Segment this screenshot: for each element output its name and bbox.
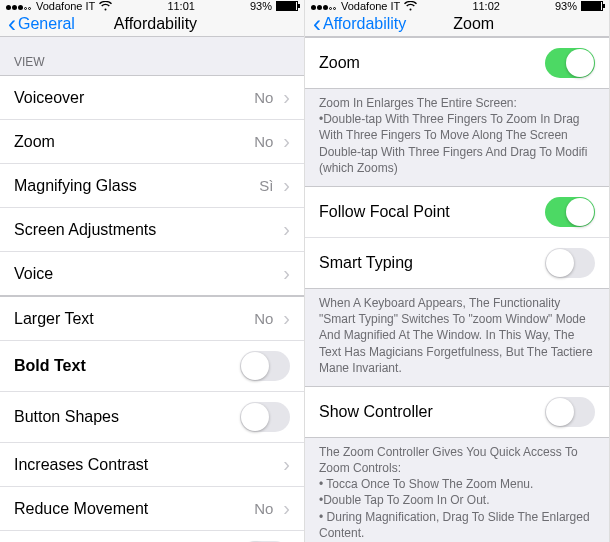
page-title: Affordability xyxy=(77,15,234,33)
group-show-controller: Show Controller xyxy=(305,386,609,438)
zoom-description: Zoom In Enlarges The Entire Screen: •Dou… xyxy=(305,89,609,186)
desc-line: Double-tap With Three Fingers And Drag T… xyxy=(319,144,595,176)
battery-pct-label: 93% xyxy=(250,0,272,12)
row-value: No xyxy=(254,497,290,520)
row-label: Follow Focal Point xyxy=(319,203,450,221)
row-label: Smart Typing xyxy=(319,254,413,272)
row-value: No xyxy=(254,86,290,109)
row-value: No xyxy=(254,307,290,330)
row-label: Magnifying Glass xyxy=(14,177,137,195)
controller-description: The Zoom Controller Gives You Quick Acce… xyxy=(305,438,609,542)
row-value xyxy=(279,218,290,241)
nav-bar: Affordability Zoom xyxy=(305,12,609,37)
desc-line: • During Magnification, Drag To Slide Th… xyxy=(319,509,595,541)
section-header-view: VIEW xyxy=(0,37,304,75)
battery-icon xyxy=(581,1,603,11)
group-view: Voiceover No Zoom No Magnifying Glass Sì… xyxy=(0,75,304,296)
row-label: Voiceover xyxy=(14,89,84,107)
desc-line: • Tocca Once To Show The Zoom Menu. xyxy=(319,476,595,492)
chevron-left-icon xyxy=(313,12,321,36)
row-reduce-movement[interactable]: Reduce Movement No xyxy=(0,487,304,531)
row-label: Larger Text xyxy=(14,310,94,328)
right-screen: Vodafone IT 11:02 93% Affordability Zoom… xyxy=(305,0,610,542)
clock-label: 11:01 xyxy=(112,0,250,12)
nav-bar: General Affordability xyxy=(0,12,304,37)
row-label: Bold Text xyxy=(14,357,86,375)
desc-title: Zoom In Enlarges The Entire Screen: xyxy=(319,95,595,111)
back-button[interactable]: General xyxy=(8,12,75,36)
status-bar: Vodafone IT 11:02 93% xyxy=(305,0,609,12)
smart-typing-description: When A Keyboard Appears, The Functionali… xyxy=(305,289,609,386)
row-voice[interactable]: Voice xyxy=(0,252,304,295)
row-value xyxy=(279,262,290,285)
row-show-controller[interactable]: Show Controller xyxy=(305,387,609,437)
row-bold-text[interactable]: Bold Text xyxy=(0,341,304,392)
left-screen: Vodafone IT 11:01 93% General Affordabil… xyxy=(0,0,305,542)
group-focal-smart: Follow Focal Point Smart Typing xyxy=(305,186,609,289)
row-label: Button Shapes xyxy=(14,408,119,426)
row-magnifying-glass[interactable]: Magnifying Glass Sì xyxy=(0,164,304,208)
desc-title: The Zoom Controller Gives You Quick Acce… xyxy=(319,444,595,476)
battery-pct-label: 93% xyxy=(555,0,577,12)
row-label: Increases Contrast xyxy=(14,456,148,474)
desc-line: •Double Tap To Zoom In Or Out. xyxy=(319,492,595,508)
follow-focal-switch[interactable] xyxy=(545,197,595,227)
button-shapes-switch[interactable] xyxy=(240,402,290,432)
row-label: Screen Adjustments xyxy=(14,221,156,239)
row-increases-contrast[interactable]: Increases Contrast xyxy=(0,443,304,487)
row-zoom-toggle[interactable]: Zoom xyxy=(305,38,609,88)
back-button[interactable]: Affordability xyxy=(313,12,406,36)
carrier-label: Vodafone IT xyxy=(341,0,400,12)
smart-typing-switch[interactable] xyxy=(545,248,595,278)
row-yes-no-labels[interactable]: Yes/No Labels xyxy=(0,531,304,542)
row-value xyxy=(279,453,290,476)
page-title: Zoom xyxy=(408,15,539,33)
row-button-shapes[interactable]: Button Shapes xyxy=(0,392,304,443)
row-zoom[interactable]: Zoom No xyxy=(0,120,304,164)
row-smart-typing[interactable]: Smart Typing xyxy=(305,238,609,288)
back-label: Affordability xyxy=(323,15,406,33)
status-bar: Vodafone IT 11:01 93% xyxy=(0,0,304,12)
group-zoom-toggle: Zoom xyxy=(305,37,609,89)
zoom-switch[interactable] xyxy=(545,48,595,78)
show-controller-switch[interactable] xyxy=(545,397,595,427)
wifi-icon xyxy=(99,1,112,11)
row-voiceover[interactable]: Voiceover No xyxy=(0,76,304,120)
row-label: Reduce Movement xyxy=(14,500,148,518)
wifi-icon xyxy=(404,1,417,11)
clock-label: 11:02 xyxy=(417,0,555,12)
row-value: Sì xyxy=(259,174,290,197)
row-follow-focal[interactable]: Follow Focal Point xyxy=(305,187,609,238)
row-value: No xyxy=(254,130,290,153)
group-text-options: Larger Text No Bold Text Button Shapes I… xyxy=(0,296,304,542)
row-label: Show Controller xyxy=(319,403,433,421)
carrier-label: Vodafone IT xyxy=(36,0,95,12)
row-label: Zoom xyxy=(319,54,360,72)
row-label: Zoom xyxy=(14,133,55,151)
battery-icon xyxy=(276,1,298,11)
desc-line: •Double-tap With Three Fingers To Zoom I… xyxy=(319,111,595,143)
bold-text-switch[interactable] xyxy=(240,351,290,381)
row-label: Voice xyxy=(14,265,53,283)
back-label: General xyxy=(18,15,75,33)
row-screen-adjustments[interactable]: Screen Adjustments xyxy=(0,208,304,252)
chevron-left-icon xyxy=(8,12,16,36)
row-larger-text[interactable]: Larger Text No xyxy=(0,297,304,341)
